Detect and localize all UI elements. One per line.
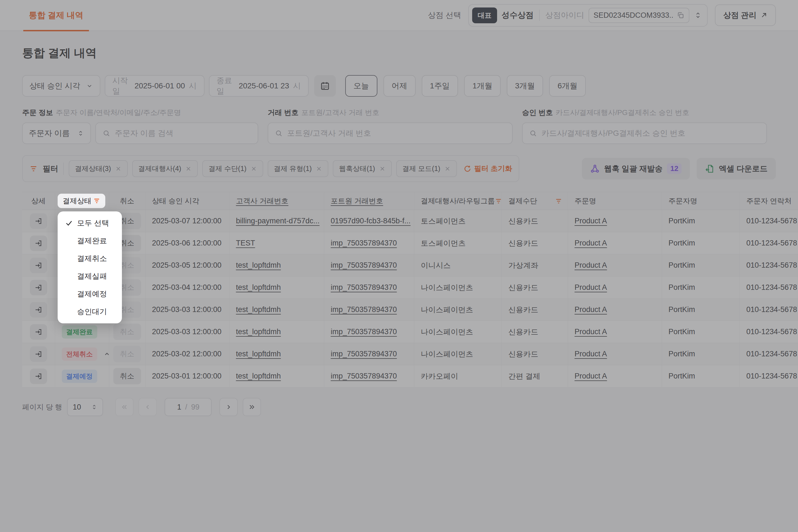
dropdown-item-label: 결제예정	[77, 289, 107, 299]
dropdown-item[interactable]: 결제취소	[58, 250, 122, 267]
dropdown-item[interactable]: 결제예정	[58, 285, 122, 303]
dropdown-item-label: 결제취소	[77, 253, 107, 264]
dropdown-item[interactable]: 모두 선택	[58, 214, 122, 232]
check-icon	[64, 219, 74, 227]
dropdown-item-label: 모두 선택	[77, 218, 109, 228]
dropdown-item[interactable]: 결제실패	[58, 267, 122, 285]
status-filter-icon	[93, 197, 100, 205]
dropdown-item-label: 결제완료	[77, 236, 107, 246]
status-dropdown-menu: 모두 선택 결제완료 결제취소 결제실패 결제예	[58, 211, 122, 323]
status-dropdown-list: 모두 선택 결제완료 결제취소 결제실패 결제예	[58, 214, 122, 321]
status-trigger-label: 결제상태	[63, 196, 92, 206]
dropdown-item[interactable]: 결제완료	[58, 232, 122, 250]
dropdown-item[interactable]: 승인대기	[58, 303, 122, 321]
dropdown-item-label: 결제실패	[77, 271, 107, 281]
status-dropdown-trigger[interactable]: 결제상태	[58, 194, 105, 208]
dropdown-item-label: 승인대기	[77, 307, 107, 317]
